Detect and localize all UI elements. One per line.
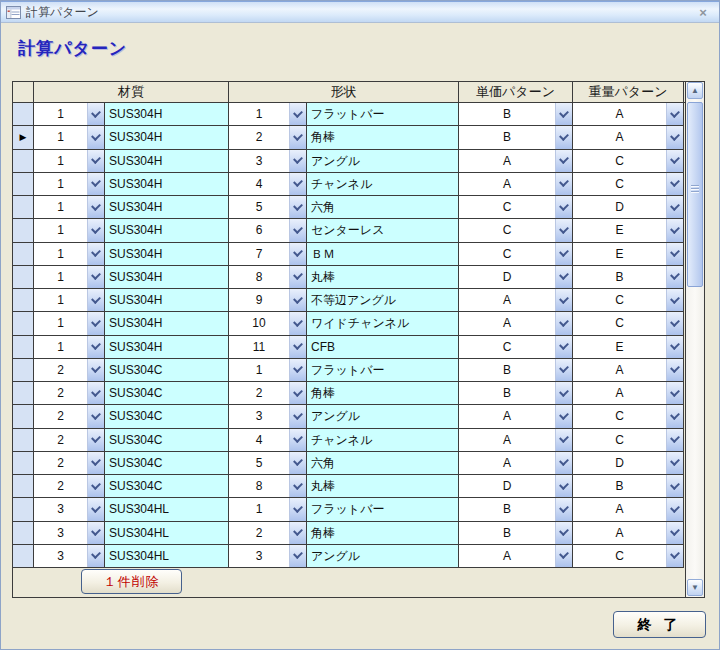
weight-pattern-combo[interactable]: C <box>573 405 684 427</box>
price-pattern-dropdown-button[interactable] <box>555 498 572 520</box>
shape-no-dropdown-button[interactable] <box>289 173 306 195</box>
record-selector[interactable] <box>13 475 34 497</box>
material-name-field[interactable]: SUS304H <box>105 150 229 172</box>
shape-no-combo[interactable]: 9 <box>229 289 307 311</box>
material-name-field[interactable]: SUS304HL <box>105 545 229 567</box>
material-no-dropdown-button[interactable] <box>87 545 104 567</box>
material-no-dropdown-button[interactable] <box>87 429 104 451</box>
record-selector[interactable] <box>13 219 34 241</box>
record-selector[interactable]: ▶ <box>13 126 34 148</box>
shape-name-field[interactable]: 六角 <box>307 452 459 474</box>
material-name-field[interactable]: SUS304H <box>105 289 229 311</box>
weight-pattern-combo[interactable]: D <box>573 196 684 218</box>
shape-no-dropdown-button[interactable] <box>289 429 306 451</box>
shape-no-combo[interactable]: 3 <box>229 405 307 427</box>
material-no-dropdown-button[interactable] <box>87 452 104 474</box>
material-name-field[interactable]: SUS304H <box>105 219 229 241</box>
material-no-dropdown-button[interactable] <box>87 150 104 172</box>
material-name-field[interactable]: SUS304H <box>105 103 229 125</box>
price-pattern-dropdown-button[interactable] <box>555 126 572 148</box>
shape-no-dropdown-button[interactable] <box>289 545 306 567</box>
weight-pattern-dropdown-button[interactable] <box>666 312 683 334</box>
record-selector[interactable] <box>13 452 34 474</box>
weight-pattern-combo[interactable]: C <box>573 173 684 195</box>
price-pattern-dropdown-button[interactable] <box>555 196 572 218</box>
price-pattern-dropdown-button[interactable] <box>555 266 572 288</box>
material-no-combo[interactable]: 2 <box>34 452 105 474</box>
shape-no-dropdown-button[interactable] <box>289 266 306 288</box>
material-name-field[interactable]: SUS304H <box>105 336 229 358</box>
shape-name-field[interactable]: ワイドチャンネル <box>307 312 459 334</box>
shape-no-dropdown-button[interactable] <box>289 405 306 427</box>
weight-pattern-dropdown-button[interactable] <box>666 475 683 497</box>
weight-pattern-combo[interactable]: C <box>573 312 684 334</box>
weight-pattern-dropdown-button[interactable] <box>666 498 683 520</box>
weight-pattern-dropdown-button[interactable] <box>666 126 683 148</box>
price-pattern-combo[interactable]: A <box>459 173 573 195</box>
record-selector[interactable] <box>13 243 34 265</box>
material-name-field[interactable]: SUS304C <box>105 475 229 497</box>
material-no-combo[interactable]: 3 <box>34 522 105 544</box>
weight-pattern-dropdown-button[interactable] <box>666 382 683 404</box>
material-no-dropdown-button[interactable] <box>87 312 104 334</box>
shape-no-combo[interactable]: 2 <box>229 382 307 404</box>
shape-name-field[interactable]: 角棒 <box>307 522 459 544</box>
delete-record-button[interactable]: １件削除 <box>81 569 182 594</box>
shape-no-dropdown-button[interactable] <box>289 452 306 474</box>
shape-no-combo[interactable]: 8 <box>229 475 307 497</box>
material-name-field[interactable]: SUS304C <box>105 382 229 404</box>
material-no-combo[interactable]: 2 <box>34 382 105 404</box>
material-no-combo[interactable]: 1 <box>34 289 105 311</box>
weight-pattern-dropdown-button[interactable] <box>666 522 683 544</box>
weight-pattern-combo[interactable]: E <box>573 336 684 358</box>
price-pattern-combo[interactable]: A <box>459 405 573 427</box>
shape-no-dropdown-button[interactable] <box>289 196 306 218</box>
shape-no-dropdown-button[interactable] <box>289 150 306 172</box>
material-no-dropdown-button[interactable] <box>87 126 104 148</box>
shape-no-combo[interactable]: 1 <box>229 498 307 520</box>
price-pattern-combo[interactable]: B <box>459 126 573 148</box>
material-no-combo[interactable]: 1 <box>34 336 105 358</box>
material-name-field[interactable]: SUS304H <box>105 312 229 334</box>
price-pattern-combo[interactable]: A <box>459 289 573 311</box>
shape-name-field[interactable]: 丸棒 <box>307 266 459 288</box>
weight-pattern-dropdown-button[interactable] <box>666 336 683 358</box>
shape-no-combo[interactable]: 7 <box>229 243 307 265</box>
shape-name-field[interactable]: アングル <box>307 150 459 172</box>
record-selector[interactable] <box>13 150 34 172</box>
shape-no-combo[interactable]: 10 <box>229 312 307 334</box>
shape-name-field[interactable]: チャンネル <box>307 173 459 195</box>
price-pattern-combo[interactable]: C <box>459 336 573 358</box>
shape-no-dropdown-button[interactable] <box>289 219 306 241</box>
shape-no-combo[interactable]: 1 <box>229 359 307 381</box>
shape-no-dropdown-button[interactable] <box>289 498 306 520</box>
material-no-dropdown-button[interactable] <box>87 359 104 381</box>
price-pattern-combo[interactable]: B <box>459 522 573 544</box>
material-name-field[interactable]: SUS304C <box>105 359 229 381</box>
price-pattern-combo[interactable]: C <box>459 196 573 218</box>
price-pattern-combo[interactable]: A <box>459 429 573 451</box>
price-pattern-dropdown-button[interactable] <box>555 522 572 544</box>
material-no-dropdown-button[interactable] <box>87 405 104 427</box>
material-no-dropdown-button[interactable] <box>87 382 104 404</box>
weight-pattern-dropdown-button[interactable] <box>666 243 683 265</box>
shape-no-dropdown-button[interactable] <box>289 359 306 381</box>
material-no-combo[interactable]: 1 <box>34 173 105 195</box>
record-selector[interactable] <box>13 498 34 520</box>
record-selector[interactable] <box>13 196 34 218</box>
weight-pattern-combo[interactable]: A <box>573 382 684 404</box>
shape-no-combo[interactable]: 6 <box>229 219 307 241</box>
shape-name-field[interactable]: 角棒 <box>307 126 459 148</box>
material-no-combo[interactable]: 1 <box>34 219 105 241</box>
shape-no-dropdown-button[interactable] <box>289 475 306 497</box>
shape-no-combo[interactable]: 2 <box>229 522 307 544</box>
scroll-up-button[interactable]: ▲ <box>687 82 703 99</box>
vertical-scrollbar[interactable]: ▲ ▼ <box>685 82 704 597</box>
shape-no-dropdown-button[interactable] <box>289 312 306 334</box>
record-selector[interactable] <box>13 312 34 334</box>
record-selector[interactable] <box>13 382 34 404</box>
material-name-field[interactable]: SUS304HL <box>105 522 229 544</box>
weight-pattern-combo[interactable]: C <box>573 429 684 451</box>
shape-name-field[interactable]: フラットバー <box>307 359 459 381</box>
record-selector[interactable] <box>13 405 34 427</box>
